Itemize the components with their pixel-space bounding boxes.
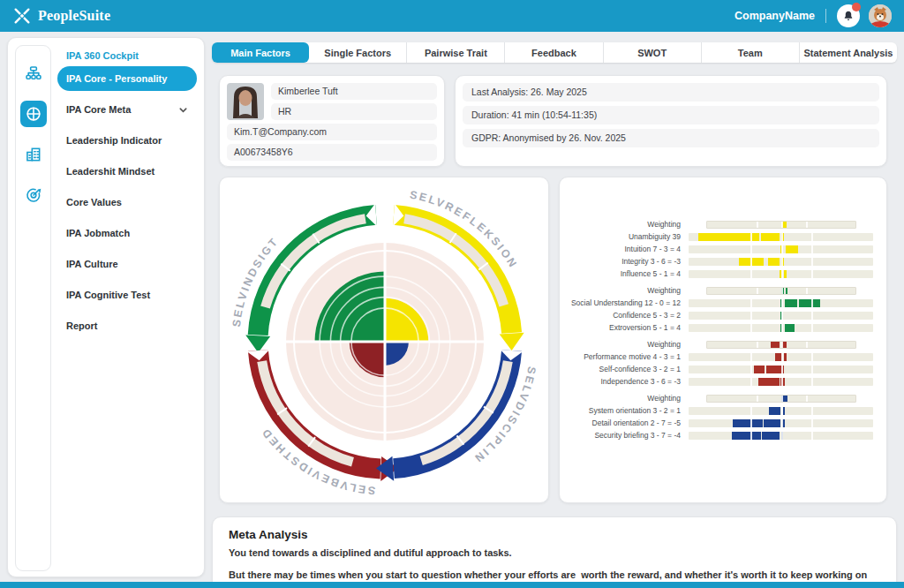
factor-label: Integrity 3 - 6 = -3 xyxy=(560,257,689,266)
track-tick xyxy=(811,233,813,241)
factor-group: WeightingPerformance motive 4 - 3 = 1Sel… xyxy=(560,338,873,388)
band-arrow xyxy=(500,333,524,351)
track-tick xyxy=(757,396,758,402)
sidebar-item-ipa-jobmatch[interactable]: IPA Jobmatch xyxy=(57,221,197,245)
profile-role: HR xyxy=(271,103,437,120)
sidebar-item-leadership-indicator[interactable]: Leadership Indicator xyxy=(57,128,197,153)
nav-menu: IPA 360 Cockpit IPA Core - PersonalityIP… xyxy=(57,47,197,344)
factor-label: System orientation 3 - 2 = 1 xyxy=(560,406,689,415)
factor-row: Security briefing 3 - 7 = -4 xyxy=(560,429,873,441)
profile-card: Kimberlee Tuft HR Kim.T@Company.com A006… xyxy=(219,75,445,167)
factor-row: Extroversion 5 - 1 = 4 xyxy=(560,321,873,334)
tab-statement-analysis[interactable]: Statement Analysis xyxy=(800,42,897,63)
sidebar-item-label: IPA Cognitive Test xyxy=(66,290,150,300)
factor-bars-card: WeightingUnambiguity 39Intuition 7 - 3 =… xyxy=(559,177,887,503)
factor-row: System orientation 3 - 2 = 1 xyxy=(560,404,873,417)
factor-row: Influence 5 - 1 = 4 xyxy=(560,268,873,280)
factor-bar-segment xyxy=(732,432,761,440)
track-tick xyxy=(750,299,752,307)
sidebar-item-ipa-cognitive-test[interactable]: IPA Cognitive Test xyxy=(57,283,197,307)
sidebar-item-ipa-culture[interactable]: IPA Culture xyxy=(57,252,197,276)
last-analysis: Last Analysis: 26. May 2025 xyxy=(463,83,879,102)
factor-row: Weighting xyxy=(560,218,873,230)
weighting-track xyxy=(706,341,856,349)
chevron-down-icon xyxy=(178,105,188,115)
tab-team[interactable]: Team xyxy=(702,42,800,63)
track-tick xyxy=(750,378,752,386)
factor-bar-segment xyxy=(754,366,765,373)
factor-track xyxy=(689,419,873,427)
rail-button-organization[interactable] xyxy=(20,141,47,168)
rail-button-quadrant-wheel[interactable] xyxy=(20,101,47,127)
track-tick xyxy=(750,353,752,361)
factor-bar-segment xyxy=(758,378,779,386)
bell-icon xyxy=(842,10,855,22)
avatar-image xyxy=(869,4,892,27)
track-tick xyxy=(781,378,783,386)
track-tick xyxy=(811,258,813,266)
notification-dot xyxy=(852,3,861,11)
sidebar-item-leadershit-mindset[interactable]: Leadershit Mindset xyxy=(57,159,197,184)
factor-row: Self-confidence 3 - 2 = 1 xyxy=(560,363,873,375)
factor-bar-segment xyxy=(771,342,780,348)
track-tick xyxy=(781,245,783,253)
track-tick xyxy=(781,342,783,348)
factor-row: Intuition 7 - 3 = 4 xyxy=(560,243,873,255)
factor-track xyxy=(689,245,873,253)
rail-button-org-chart[interactable] xyxy=(20,60,47,87)
factor-track xyxy=(689,258,873,266)
factor-bar-segment xyxy=(764,419,780,427)
track-tick xyxy=(811,353,813,361)
factor-bar-segment xyxy=(786,245,797,253)
target-icon xyxy=(25,186,42,204)
sidebar-item-label: IPA Culture xyxy=(66,259,118,269)
factor-bar-segment xyxy=(769,407,780,415)
factor-track xyxy=(689,233,873,241)
tab-single-factors[interactable]: Single Factors xyxy=(309,42,407,63)
sidebar-item-ipa-core-meta[interactable]: IPA Core Meta xyxy=(57,97,197,122)
track-tick xyxy=(750,312,752,320)
track-tick xyxy=(750,419,752,427)
tab-swot[interactable]: SWOT xyxy=(604,42,702,63)
tab-pairwise-trait[interactable]: Pairwise Trait xyxy=(407,42,505,63)
track-tick xyxy=(781,233,783,241)
factor-bar-segment xyxy=(784,353,787,361)
factor-bar-segment xyxy=(785,299,797,307)
notifications-button[interactable] xyxy=(837,4,860,27)
track-tick xyxy=(781,222,783,228)
factor-track xyxy=(689,324,873,332)
factor-label: Self-confidence 3 - 2 = 1 xyxy=(560,365,689,373)
factor-bar-segment xyxy=(799,299,820,307)
track-tick xyxy=(757,288,758,294)
sidebar-item-report[interactable]: Report xyxy=(57,313,197,338)
track-tick xyxy=(757,222,758,228)
track-tick xyxy=(781,366,783,373)
tab-bar: Main FactorsSingle FactorsPairwise Trait… xyxy=(212,42,897,63)
track-tick xyxy=(757,342,758,348)
brand: PeopleSuite xyxy=(12,6,110,26)
org-chart-icon xyxy=(25,64,42,82)
factor-row: Independence 3 - 6 = -3 xyxy=(560,375,873,388)
track-tick xyxy=(811,299,813,307)
factor-group: WeightingSystem orientation 3 - 2 = 1Det… xyxy=(560,392,873,441)
factor-bar-segment xyxy=(733,419,762,427)
sidebar-item-label: Core Values xyxy=(66,197,122,207)
sidebar-item-core-values[interactable]: Core Values xyxy=(57,190,197,215)
tab-feedback[interactable]: Feedback xyxy=(505,42,603,63)
personality-wheel-card: SELVINDSIGTSELVREFLEKSIONSELVBEVIDSTHEDS… xyxy=(219,177,549,503)
track-tick xyxy=(750,432,752,440)
tab-main-factors[interactable]: Main Factors xyxy=(212,42,309,63)
factor-track xyxy=(689,366,873,373)
weighting-track xyxy=(706,395,856,403)
rail-button-target[interactable] xyxy=(20,182,47,208)
factor-bar-segment xyxy=(762,432,780,440)
factor-label: Weighting xyxy=(560,340,689,349)
factor-row: Detail orientation 2 - 7 = -5 xyxy=(560,417,873,429)
sidebar-item-ipa-core-personality[interactable]: IPA Core - Personality xyxy=(57,66,197,91)
factor-bar-segment xyxy=(768,258,780,266)
profile-photo xyxy=(227,83,264,120)
track-tick xyxy=(811,312,813,320)
tab-label: Pairwise Trait xyxy=(425,48,487,58)
sidebar-item-label: IPA Core Meta xyxy=(66,104,131,115)
user-avatar[interactable] xyxy=(869,4,892,27)
